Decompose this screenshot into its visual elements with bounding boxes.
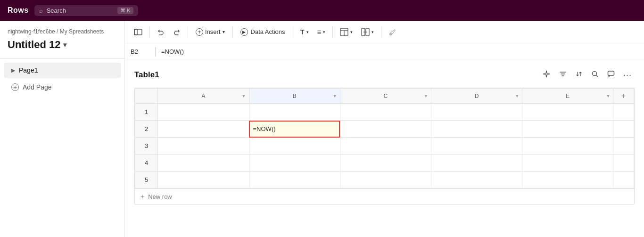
sidebar-toggle-icon [134,29,142,35]
row-num-1: 1 [135,104,158,121]
table-row: 2 =NOW() [135,121,634,138]
table-header: Table1 [134,68,635,82]
merge-chevron: ▾ [372,30,374,34]
cell-e3[interactable] [522,138,613,155]
document-title-text: Untitled 12 [8,39,60,51]
align-button[interactable]: ≡ ▾ [314,25,329,38]
cell-d2[interactable] [431,121,522,138]
row-num-2: 2 [135,121,158,138]
corner-cell [135,89,158,104]
search-bar[interactable]: ⌕ Search ⌘ K [34,5,138,16]
col-c-sort-icon: ▼ [424,94,428,98]
cell-c4[interactable] [340,155,431,172]
cell-b1[interactable] [249,104,340,121]
cell-b4[interactable] [249,155,340,172]
col-d-sort-icon: ▼ [515,94,519,98]
text-format-button[interactable]: T ▾ [297,25,312,38]
add-column-button[interactable]: + [619,92,628,100]
table-row: 4 [135,155,634,172]
text-format-chevron: ▾ [306,30,309,34]
table-format-icon [340,28,348,36]
cell-b2-content: =NOW() [253,121,336,137]
add-col-header[interactable]: + [613,89,634,104]
redo-icon [173,28,181,36]
cell-a5[interactable] [158,172,249,188]
cell-d3[interactable] [431,138,522,155]
col-header-a[interactable]: A ▼ [158,89,249,104]
col-header-d[interactable]: D ▼ [431,89,522,104]
cell-a4[interactable] [158,155,249,172]
sort-icon [575,70,583,78]
sparkle-icon [542,70,551,78]
toolbar-divider-1 [149,26,150,38]
cell-c3[interactable] [340,138,431,155]
formula-bar: B2 =NOW() [125,43,644,60]
undo-button[interactable] [154,26,168,38]
col-header-b[interactable]: B ▼ [249,89,340,104]
cell-a1[interactable] [158,104,249,121]
col-header-e[interactable]: E ▼ [522,89,613,104]
cell-a3[interactable] [158,138,249,155]
undo-icon [157,28,165,36]
col-header-c[interactable]: C ▼ [340,89,431,104]
new-row-button[interactable]: + New row [135,188,634,204]
search-table-button[interactable] [588,68,602,82]
top-bar: Rows ⌕ Search ⌘ K [0,0,644,21]
svg-rect-0 [134,29,137,35]
sidebar-item-page1[interactable]: ▶ Page1 [4,63,121,78]
cell-b3[interactable] [249,138,340,155]
cell-d4[interactable] [431,155,522,172]
formula-value[interactable]: =NOW() [161,48,184,55]
data-actions-button[interactable]: ▶ Data Actions [237,26,289,38]
filter-icon [559,70,567,78]
sort-button[interactable] [572,68,586,82]
insert-chevron-icon: ▾ [223,29,225,34]
new-row-plus-icon: + [140,193,144,200]
main-layout: nightwing-f1fec6be / My Spreadsheets Unt… [0,21,644,237]
cell-e2[interactable] [522,121,613,138]
merge-button[interactable]: ▾ [358,25,377,39]
document-title-chevron[interactable]: ▾ [63,41,66,49]
cell-a2[interactable] [158,121,249,138]
redo-button[interactable] [170,26,184,38]
comment-icon [607,70,615,78]
paint-button[interactable] [385,25,400,39]
col-a-sort-icon: ▼ [242,94,246,98]
breadcrumb-workspace: nightwing-f1fec6be [8,28,55,35]
add-page-label: Add Page [23,83,52,91]
new-row-label: New row [148,193,172,200]
insert-button[interactable]: + Insert ▾ [192,26,229,38]
data-actions-label: Data Actions [251,28,285,35]
cell-reference: B2 [131,48,149,55]
cell-c5[interactable] [340,172,431,188]
spreadsheet-area: Table1 [125,60,644,237]
insert-plus-icon: + [196,28,203,36]
filter-button[interactable] [556,68,570,82]
ai-action-button[interactable] [539,68,553,82]
cell-c2[interactable] [340,121,431,138]
app-logo: Rows [8,6,29,15]
cell-d1[interactable] [431,104,522,121]
cell-e5[interactable] [522,172,613,188]
align-icon: ≡ [317,28,322,36]
table-row: 3 [135,138,634,155]
cell-b2[interactable]: =NOW() [249,121,340,138]
grid-table: A ▼ B ▼ C ▼ D [135,88,634,188]
toggle-sidebar-button[interactable] [131,26,146,38]
table-format-button[interactable]: ▾ [337,25,356,39]
cell-e4[interactable] [522,155,613,172]
table-title: Table1 [134,70,159,80]
comment-button[interactable] [604,68,618,82]
cell-b2-value: =NOW() [253,125,276,132]
more-options-button[interactable]: ··· [620,68,635,82]
add-page-button[interactable]: + Add Page [4,80,121,95]
cell-b5[interactable] [249,172,340,188]
row-num-4: 4 [135,155,158,172]
spreadsheet-grid: A ▼ B ▼ C ▼ D [134,88,635,204]
data-actions-play-icon: ▶ [240,28,248,36]
cell-c1[interactable] [340,104,431,121]
svg-rect-1 [134,29,142,35]
cell-d5[interactable] [431,172,522,188]
cell-e1[interactable] [522,104,613,121]
align-chevron: ▾ [323,30,325,34]
